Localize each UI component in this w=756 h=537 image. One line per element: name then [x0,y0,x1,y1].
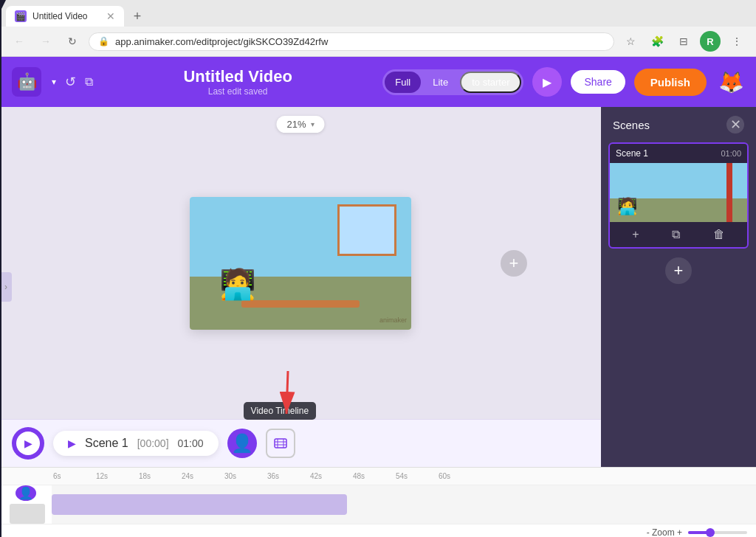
timeline-left-avatar: 👤 [16,485,36,501]
timeline-avatar-icon: 👤 [18,486,33,500]
copy-button[interactable]: ⧉ [85,75,93,89]
time-end-label: 01:00 [178,437,204,449]
project-title[interactable]: Untitled Video [102,67,374,86]
starter-view-button[interactable]: to starter [460,72,521,93]
last-saved-label: Last edit saved [102,86,374,97]
time-start-label: [00:00] [137,437,169,449]
full-view-button[interactable]: Full [385,72,421,93]
zoom-bar-label: - Zoom + [647,527,682,537]
thumb-red-bar [726,163,732,222]
scenes-panel-title: Scenes [613,119,650,131]
timeline-ruler: 6s12s18s24s30s36s42s48s54s60s [0,468,756,485]
scene-canvas: 🧑‍💻 animaker [190,197,411,330]
zoom-slider-track[interactable] [688,531,747,534]
zoom-slider-thumb[interactable] [706,528,715,537]
play-button[interactable]: ▶ [532,67,562,97]
cast-button[interactable]: ⊟ [673,31,694,52]
main-area: › 21% ▾ + 🧑‍💻 animaker [0,107,756,467]
app-logo[interactable]: 🤖 [12,67,41,97]
svg-line-6 [286,371,288,414]
tab-favicon: 🎬 [15,10,27,22]
scene-pill: ▶ Scene 1 [00:00] 01:00 [53,431,219,456]
scene-character: 🧑‍💻 [219,267,256,302]
thumb-character: 🧑‍💻 [617,197,637,216]
add-element-button[interactable]: + [501,250,527,277]
url-text: app.animaker.com/editproject/gikSKCO39Zd… [115,36,328,47]
ruler-mark: 36s [266,472,309,480]
scene-desk [241,300,360,308]
zoom-bar: - Zoom + [0,524,756,537]
user-avatar[interactable]: R [700,31,721,52]
scene-1-time: 01:00 [721,149,741,158]
lite-view-button[interactable]: Lite [422,72,458,93]
undo-button[interactable]: ↺ [65,74,76,90]
ruler-mark: 48s [351,472,394,480]
tab-bar: 🎬 Untitled Video ✕ + [0,0,756,27]
scenes-header: Scenes ✕ [601,107,756,142]
toolbar: 🤖 ▾ ↺ ⧉ Untitled Video Last edit saved F… [0,57,756,107]
reload-button[interactable]: ↻ [62,31,83,52]
timeline-ruler-area: 6s12s18s24s30s36s42s48s54s60s 👤 - Zoom + [0,467,756,537]
zoom-control[interactable]: 21% ▾ [276,116,324,133]
ruler-mark: 42s [309,472,351,480]
forward-button[interactable]: → [35,31,56,52]
browser-chrome: 🎬 Untitled Video ✕ + ← → ↻ 🔒 app.animake… [0,0,756,57]
address-bar[interactable]: 🔒 app.animaker.com/editproject/gikSKCO39… [89,32,614,51]
back-button[interactable]: ← [9,31,30,52]
menu-button[interactable]: ⋮ [726,31,747,52]
timeline-track [52,485,756,524]
arrow-container [273,364,347,426]
video-timeline-icon [273,436,288,451]
ruler-mark: 60s [437,472,480,480]
logo-caret-icon: ▾ [52,77,56,87]
scene-1-thumbnail[interactable]: Scene 1 01:00 🧑‍💻 + ⧉ 🗑 [608,142,749,249]
scenes-close-button[interactable]: ✕ [726,116,744,134]
timeline-content: 👤 [0,485,756,524]
scene-duplicate-action[interactable]: ⧉ [672,228,680,241]
scenes-panel: Scenes ✕ Scene 1 01:00 🧑‍💻 + ⧉ 🗑 + [601,107,756,467]
active-tab[interactable]: 🎬 Untitled Video ✕ [6,6,124,27]
logo-icon: 🤖 [17,72,37,91]
view-toggle: Full Lite to starter [382,69,523,95]
video-timeline-btn-container: Video Timeline [266,429,295,458]
scene-window [337,204,396,256]
ruler-mark: 30s [223,472,266,480]
svg-rect-0 [275,439,286,448]
scene-add-action[interactable]: + [632,228,639,241]
timeline-left: 👤 [0,485,52,524]
star-button[interactable]: ☆ [620,31,641,52]
scene-1-thumbnail-image: 🧑‍💻 [610,163,747,222]
fox-icon: 🦊 [718,70,744,94]
canvas-area: › 21% ▾ + 🧑‍💻 animaker [0,107,601,467]
ruler-mark: 54s [394,472,437,480]
add-scene-button[interactable]: + [665,257,692,284]
scene-1-actions: + ⧉ 🗑 [610,222,747,247]
ruler-mark: 24s [180,472,223,480]
scene-1-header: Scene 1 01:00 [610,144,747,163]
track-filled-bar [52,494,347,515]
zoom-caret-icon: ▾ [311,120,315,128]
timeline-play-outer[interactable]: ▶ [12,427,44,460]
share-button[interactable]: Share [571,70,625,94]
ruler-needle [0,468,1,485]
scene-delete-action[interactable]: 🗑 [713,228,725,241]
watermark: animaker [379,316,407,324]
new-tab-button[interactable]: + [127,6,148,27]
character-avatar[interactable]: 👤 [227,429,257,458]
publish-button[interactable]: Publish [634,69,707,96]
timeline-scene-controls: ▶ ▶ Scene 1 [00:00] 01:00 👤 [0,419,601,467]
play-icon: ▶ [543,75,551,89]
scene-name-label: Scene 1 [85,437,128,450]
timeline-play-inner: ▶ [16,432,40,455]
video-timeline-button[interactable] [266,429,295,458]
timeline-play-icon: ▶ [24,437,32,449]
extensions-button[interactable]: 🧩 [647,31,667,52]
ruler-mark: 18s [137,472,180,480]
app: 🤖 ▾ ↺ ⧉ Untitled Video Last edit saved F… [0,57,756,537]
ruler-mark: 12s [94,472,137,480]
tab-close-button[interactable]: ✕ [106,10,115,22]
timeline-mini-thumb [10,504,45,524]
tab-title: Untitled Video [32,11,100,21]
browser-controls: ← → ↻ 🔒 app.animaker.com/editproject/gik… [0,27,756,56]
arrow-svg [273,364,347,423]
